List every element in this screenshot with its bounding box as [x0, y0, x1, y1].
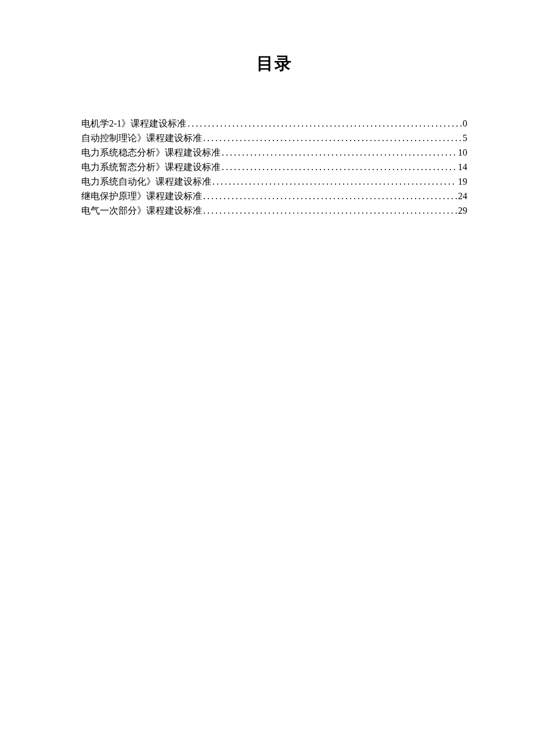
toc-entry: 电机学2-1》课程建设标准 0: [81, 116, 467, 131]
document-page: 目录 电机学2-1》课程建设标准 0 自动控制理论》课程建设标准 5 电力系统稳…: [0, 0, 534, 218]
toc-entry-label: 电力系统自动化》课程建设标准: [81, 174, 211, 189]
toc-leader-dots: [187, 116, 461, 131]
toc-entry-page: 0: [463, 116, 467, 131]
page-title: 目录: [81, 52, 467, 75]
toc-entry: 电力系统自动化》课程建设标准 19: [81, 174, 467, 189]
table-of-contents: 电机学2-1》课程建设标准 0 自动控制理论》课程建设标准 5 电力系统稳态分析…: [81, 116, 467, 218]
toc-entry-label: 电力系统暂态分析》课程建设标准: [81, 160, 221, 174]
toc-entry-label: 电力系统稳态分析》课程建设标准: [81, 145, 221, 160]
toc-leader-dots: [222, 160, 457, 174]
toc-entry-label: 继电保护原理》课程建设标准: [81, 189, 202, 203]
toc-entry-label: 自动控制理论》课程建设标准: [81, 131, 202, 145]
toc-entry-page: 19: [458, 174, 467, 189]
toc-leader-dots: [212, 174, 457, 189]
toc-entry: 电力系统暂态分析》课程建设标准 14: [81, 160, 467, 174]
toc-entry-page: 24: [458, 189, 467, 203]
toc-entry: 电气一次部分》课程建设标准 29: [81, 203, 467, 218]
toc-leader-dots: [203, 203, 457, 218]
toc-leader-dots: [203, 131, 461, 145]
toc-entry-label: 电机学2-1》课程建设标准: [81, 116, 186, 131]
toc-entry-page: 14: [458, 160, 467, 174]
toc-entry: 自动控制理论》课程建设标准 5: [81, 131, 467, 145]
toc-entry-label: 电气一次部分》课程建设标准: [81, 203, 202, 218]
toc-entry: 电力系统稳态分析》课程建设标准 10: [81, 145, 467, 160]
toc-leader-dots: [203, 189, 457, 203]
toc-entry-page: 29: [458, 203, 467, 218]
toc-entry-page: 5: [463, 131, 467, 145]
toc-leader-dots: [222, 145, 457, 160]
toc-entry: 继电保护原理》课程建设标准 24: [81, 189, 467, 203]
toc-entry-page: 10: [458, 145, 467, 160]
